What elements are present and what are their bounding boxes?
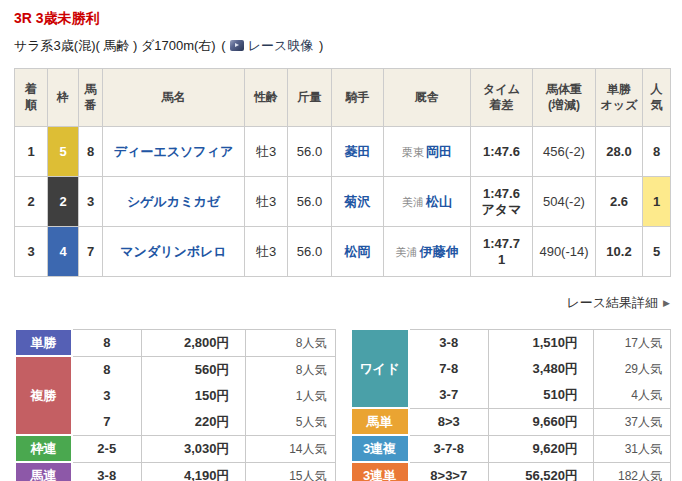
- stable-region: 美浦: [402, 196, 424, 208]
- payout-popularity: 182人気: [594, 463, 670, 481]
- payout-combination: 3-7-8: [410, 436, 489, 462]
- result-row: 3 4 7 マンダリンボレロ 牡3 56.0 松岡 美浦伊藤伸 1:47.71 …: [15, 227, 671, 277]
- sex-age: 牡3: [245, 127, 288, 177]
- popularity: 8: [643, 127, 671, 177]
- stable-cell: 美浦松山: [384, 177, 471, 227]
- col-carried-weight: 斤量: [288, 69, 332, 127]
- horse-name-cell: シゲルカミカゼ: [103, 177, 245, 227]
- col-finish-position: 着 順: [15, 69, 48, 127]
- payout-section-trifecta: 3連単 8>3>7 56,520円 182人気: [351, 462, 671, 481]
- arrow-right-icon: ▶: [663, 298, 670, 308]
- col-horse-name: 馬名: [103, 69, 245, 127]
- payout-popularity: 8人気: [246, 357, 335, 383]
- win-odds: 2.6: [596, 177, 643, 227]
- jockey-cell: 菊沢: [332, 177, 384, 227]
- race-result-detail-link[interactable]: レース結果詳細▶: [566, 295, 670, 310]
- payout-section-wide: ワイド 3-8 7-8 3-7 1,510円 3,480円 510円 17人気 …: [351, 329, 671, 408]
- carried-weight: 56.0: [288, 177, 332, 227]
- col-stable: 厩舎: [384, 69, 471, 127]
- horse-name-link[interactable]: マンダリンボレロ: [120, 244, 226, 259]
- jockey-link[interactable]: 菱田: [345, 144, 371, 159]
- payout-table-right: ワイド 3-8 7-8 3-7 1,510円 3,480円 510円 17人気 …: [350, 328, 672, 481]
- payout-type-label: 3連単: [351, 462, 409, 481]
- frame-number: 4: [48, 227, 79, 277]
- payout-combination: 8: [73, 330, 141, 356]
- payout-amount: 1,510円: [489, 330, 593, 356]
- payout-amount: 3,030円: [142, 436, 245, 462]
- popularity: 5: [643, 227, 671, 277]
- race-results-table: 着 順 枠 馬 番 馬名 性齢 斤量 騎手 厩舎 タイム 着差 馬体重 (増減)…: [14, 68, 671, 277]
- popularity: 1: [643, 177, 671, 227]
- horse-name-link[interactable]: シゲルカミカゼ: [127, 194, 220, 209]
- paren-close: ): [319, 38, 323, 53]
- payout-amount: 4,190円: [142, 463, 245, 481]
- payout-section-place: 複勝 8 3 7 560円 150円 220円 8人気 1人気 5人気: [15, 356, 335, 435]
- payout-section-exacta: 馬単 8>3 9,660円 37人気: [351, 408, 671, 435]
- payout-popularity: 8人気: [246, 330, 335, 356]
- payout-amount: 510円: [489, 382, 593, 408]
- win-odds: 10.2: [596, 227, 643, 277]
- payout-section-win: 単勝 8 2,800円 8人気: [15, 329, 335, 356]
- payout-amount: 3,480円: [489, 356, 593, 382]
- finish-time: 1:47.6: [483, 186, 520, 201]
- payout-combination: 8>3: [410, 409, 489, 435]
- payout-popularity: 15人気: [246, 463, 335, 481]
- finish-position: 2: [15, 177, 48, 227]
- trainer-link[interactable]: 伊藤伸: [420, 244, 459, 259]
- payout-popularity: 14人気: [246, 436, 335, 462]
- payout-type-label: 単勝: [15, 329, 72, 356]
- frame-number: 2: [48, 177, 79, 227]
- trainer-link[interactable]: 松山: [426, 194, 452, 209]
- payout-combination: 8>3>7: [410, 463, 489, 481]
- payout-type-label: 馬連: [15, 462, 72, 481]
- win-odds: 28.0: [596, 127, 643, 177]
- payout-section-quinella: 馬連 3-8 4,190円 15人気: [15, 462, 335, 481]
- payout-type-label: 馬単: [351, 408, 409, 435]
- payout-amount: 560円: [142, 357, 245, 383]
- payout-combination: 8: [73, 357, 141, 383]
- payout-type-label: 複勝: [15, 356, 72, 435]
- horse-number: 8: [79, 127, 103, 177]
- payout-popularity: 1人気: [246, 383, 335, 409]
- result-row: 1 5 8 ディーエスソフィア 牡3 56.0 菱田 栗東岡田 1:47.6 4…: [15, 127, 671, 177]
- horse-name-cell: ディーエスソフィア: [103, 127, 245, 177]
- margin: 1: [471, 252, 532, 268]
- payout-table-left: 単勝 8 2,800円 8人気 複勝 8 3 7 560円 150円 22: [14, 328, 336, 481]
- payout-amount: 220円: [142, 409, 245, 435]
- payout-combination: 7: [73, 409, 141, 435]
- col-jockey: 騎手: [332, 69, 384, 127]
- payout-combination: 3-8: [410, 330, 489, 356]
- results-header-row: 着 順 枠 馬 番 馬名 性齢 斤量 騎手 厩舎 タイム 着差 馬体重 (増減)…: [15, 69, 671, 127]
- time-margin-cell: 1:47.6アタマ: [471, 177, 533, 227]
- col-horse-number: 馬 番: [79, 69, 103, 127]
- jockey-cell: 菱田: [332, 127, 384, 177]
- payout-amount: 150円: [142, 383, 245, 409]
- video-camera-icon: [230, 40, 244, 51]
- horse-number: 3: [79, 177, 103, 227]
- payout-amount: 9,620円: [489, 436, 593, 462]
- stable-cell: 栗東岡田: [384, 127, 471, 177]
- payout-combination: 2-5: [73, 436, 141, 462]
- stable-cell: 美浦伊藤伸: [384, 227, 471, 277]
- horse-weight: 490(-14): [533, 227, 596, 277]
- payout-amount: 56,520円: [489, 463, 593, 481]
- payout-combination: 3-8: [73, 463, 141, 481]
- sex-age: 牡3: [245, 177, 288, 227]
- payout-popularity: 4人気: [594, 382, 670, 408]
- horse-number: 7: [79, 227, 103, 277]
- race-video-link[interactable]: レース映像: [248, 38, 314, 53]
- payout-popularity: 31人気: [594, 436, 670, 462]
- payout-popularity: 37人気: [594, 409, 670, 435]
- finish-time: 1:47.6: [483, 144, 520, 159]
- horse-weight: 456(-2): [533, 127, 596, 177]
- horse-name-link[interactable]: ディーエスソフィア: [114, 144, 233, 159]
- margin: アタマ: [471, 202, 532, 218]
- col-frame: 枠: [48, 69, 79, 127]
- jockey-link[interactable]: 菊沢: [345, 194, 371, 209]
- race-conditions-row: サラ系3歳(混)( 馬齢 ) ダ1700m(右) (レース映像 ): [14, 37, 668, 55]
- trainer-link[interactable]: 岡田: [426, 144, 452, 159]
- finish-position: 3: [15, 227, 48, 277]
- finish-position: 1: [15, 127, 48, 177]
- jockey-link[interactable]: 松岡: [345, 244, 371, 259]
- race-conditions-text: サラ系3歳(混)( 馬齢 ) ダ1700m(右): [14, 38, 216, 53]
